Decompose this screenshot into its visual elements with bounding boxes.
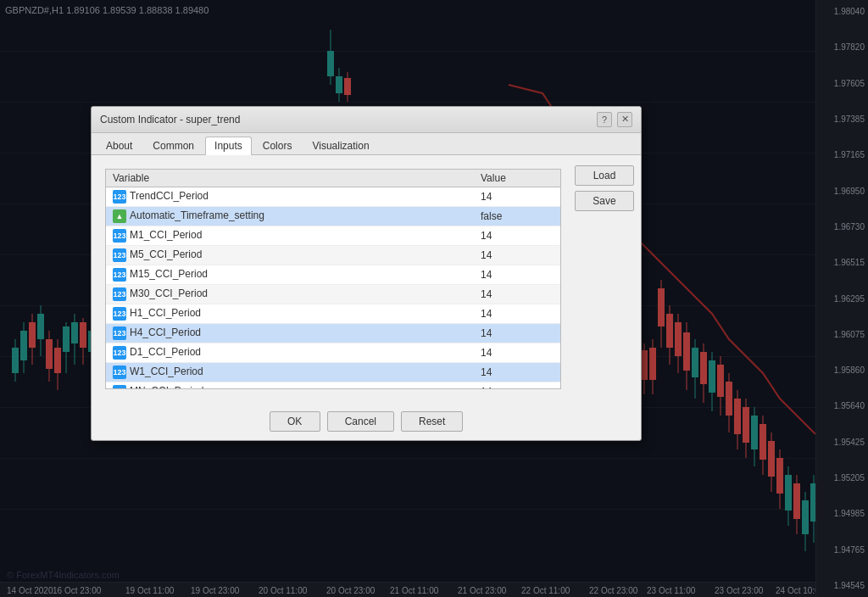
variable-cell: 123TrendCCI_Period (106, 187, 474, 206)
close-button[interactable]: ✕ (617, 112, 632, 127)
variable-cell: 123M1_CCI_Period (106, 226, 474, 245)
var-icon: 123 (113, 268, 126, 282)
var-icon: 123 (113, 326, 126, 340)
value-cell: 14 (474, 245, 560, 265)
value-cell: 14 (474, 343, 560, 362)
variable-cell: 123H4_CCI_Period (106, 323, 474, 343)
variable-cell: 123W1_CCI_Period (106, 362, 474, 382)
value-cell: 14 (474, 265, 560, 284)
value-cell: 14 (474, 304, 560, 323)
custom-indicator-dialog: Custom Indicator - super_trend ? ✕ About… (91, 106, 642, 441)
var-icon: 123 (113, 229, 126, 243)
ok-button[interactable]: OK (270, 411, 320, 432)
variable-cell: 123M5_CCI_Period (106, 245, 474, 265)
tab-common[interactable]: Common (143, 137, 203, 154)
table-row[interactable]: 123M30_CCI_Period 14 (106, 284, 560, 304)
value-cell: 14 (474, 284, 560, 304)
value-cell: 14 (474, 362, 560, 382)
col-value-header: Value (474, 170, 560, 187)
variables-table-container: Variable Value 123TrendCCI_Period 14 ▲Au… (105, 169, 561, 389)
modal-overlay: Custom Indicator - super_trend ? ✕ About… (0, 0, 868, 597)
tabs-bar: About Common Inputs Colors Visualization (92, 133, 641, 155)
variables-table: Variable Value 123TrendCCI_Period 14 ▲Au… (106, 170, 560, 389)
table-row[interactable]: 123MN_CCI_Period 14 (106, 382, 560, 389)
variable-cell: 123D1_CCI_Period (106, 343, 474, 362)
dialog-title: Custom Indicator - super_trend (100, 114, 240, 126)
help-button[interactable]: ? (597, 112, 612, 127)
table-row[interactable]: 123H4_CCI_Period 14 (106, 323, 560, 343)
load-button[interactable]: Load (575, 165, 634, 186)
table-row[interactable]: 123TrendCCI_Period 14 (106, 187, 560, 206)
table-row[interactable]: 123M5_CCI_Period 14 (106, 245, 560, 265)
var-icon: ▲ (113, 209, 126, 223)
bottom-buttons: OK Cancel Reset (92, 403, 641, 440)
variable-cell: ▲Automatic_Timeframe_setting (106, 206, 474, 226)
reset-button[interactable]: Reset (401, 411, 463, 432)
value-cell: 14 (474, 187, 560, 206)
tab-visualization[interactable]: Visualization (303, 137, 378, 154)
value-cell: 14 (474, 226, 560, 245)
table-row[interactable]: ▲Automatic_Timeframe_setting false (106, 206, 560, 226)
variable-cell: 123MN_CCI_Period (106, 382, 474, 389)
table-row[interactable]: 123M15_CCI_Period 14 (106, 265, 560, 284)
tab-about[interactable]: About (97, 137, 142, 154)
cancel-button[interactable]: Cancel (327, 411, 394, 432)
table-row[interactable]: 123W1_CCI_Period 14 (106, 362, 560, 382)
var-icon: 123 (113, 346, 126, 360)
tab-colors[interactable]: Colors (253, 137, 302, 154)
variable-cell: 123M15_CCI_Period (106, 265, 474, 284)
tab-inputs[interactable]: Inputs (205, 137, 252, 155)
col-variable-header: Variable (106, 170, 474, 187)
dialog-titlebar: Custom Indicator - super_trend ? ✕ (92, 107, 641, 133)
variable-cell: 123H1_CCI_Period (106, 304, 474, 323)
table-row[interactable]: 123H1_CCI_Period 14 (106, 304, 560, 323)
value-cell: 14 (474, 382, 560, 389)
variable-cell: 123M30_CCI_Period (106, 284, 474, 304)
var-icon: 123 (113, 287, 126, 301)
var-icon: 123 (113, 307, 126, 321)
save-button[interactable]: Save (575, 191, 634, 211)
value-cell: 14 (474, 323, 560, 343)
var-icon: 123 (113, 190, 126, 204)
value-cell: false (474, 206, 560, 226)
table-row[interactable]: 123M1_CCI_Period 14 (106, 226, 560, 245)
var-icon: 123 (113, 385, 126, 389)
var-icon: 123 (113, 248, 126, 262)
var-icon: 123 (113, 365, 126, 379)
dialog-controls: ? ✕ (597, 112, 632, 127)
table-row[interactable]: 123D1_CCI_Period 14 (106, 343, 560, 362)
